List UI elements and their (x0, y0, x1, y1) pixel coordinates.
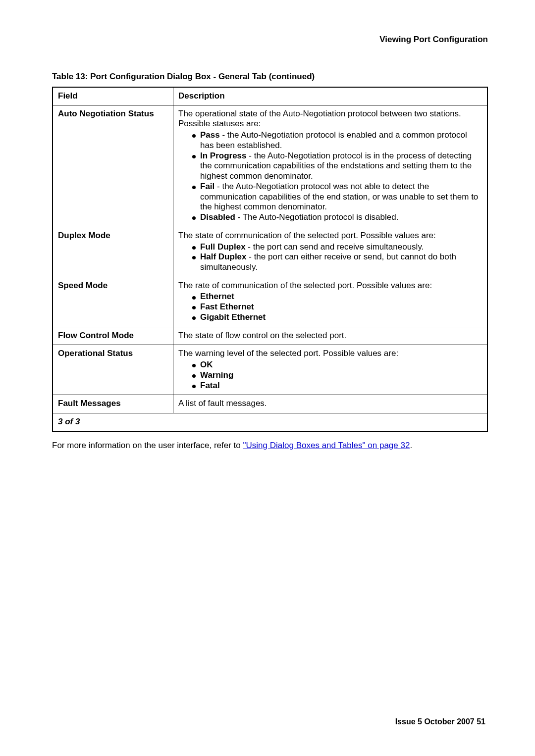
description-lead: The warning level of the selected port. … (178, 349, 482, 359)
bullet-term: Fast Ethernet (200, 302, 254, 311)
description-cell: The rate of communication of the selecte… (173, 277, 488, 327)
bullet-term: Pass (200, 130, 220, 140)
list-item: Gigabit Ethernet (192, 312, 482, 323)
table-row: Duplex ModeThe state of communication of… (53, 227, 487, 277)
table-footer-cell: 3 of 3 (53, 413, 487, 432)
field-cell: Flow Control Mode (53, 327, 173, 345)
col-header-field: Field (53, 87, 173, 105)
list-item: Half Duplex - the port can either receiv… (192, 252, 482, 272)
bullet-rest: - the Auto-Negotiation protocol was not … (200, 182, 478, 211)
body-paragraph: For more information on the user interfa… (52, 440, 488, 451)
field-cell: Speed Mode (53, 277, 173, 327)
page-footer: Issue 5 October 2007 51 (395, 717, 485, 726)
bullet-term: Ethernet (200, 292, 234, 301)
body-post: . (410, 441, 412, 450)
table-row: Flow Control ModeThe state of flow contr… (53, 327, 487, 345)
bullet-term: Half Duplex (200, 252, 247, 261)
list-item: Fail - the Auto-Negotiation protocol was… (192, 182, 482, 212)
description-cell: The state of flow control on the selecte… (173, 327, 488, 345)
bullet-term: Fail (200, 182, 214, 191)
bullet-rest: - The Auto-Negotiation protocol is disab… (235, 212, 399, 222)
dialog-boxes-link[interactable]: "Using Dialog Boxes and Tables" on page … (243, 441, 410, 450)
bullet-term: OK (200, 360, 213, 369)
field-cell: Duplex Mode (53, 227, 173, 277)
description-lead: The operational state of the Auto-Negoti… (178, 109, 482, 129)
bullet-term: Disabled (200, 212, 235, 222)
bullet-term: Warning (200, 370, 233, 380)
list-item: OK (192, 360, 482, 370)
bullet-term: Full Duplex (200, 242, 246, 252)
config-table: Field Description Auto Negotiation Statu… (52, 87, 488, 432)
list-item: Fast Ethernet (192, 302, 482, 312)
field-cell: Operational Status (53, 345, 173, 395)
table-row: Operational StatusThe warning level of t… (53, 345, 487, 395)
page-header: Viewing Port Configuration (52, 35, 488, 45)
table-row: Fault MessagesA list of fault messages. (53, 395, 487, 413)
bullet-term: Fatal (200, 381, 220, 390)
table-caption: Table 13: Port Configuration Dialog Box … (52, 72, 488, 82)
bullet-rest: - the port can send and receive simultan… (246, 242, 424, 252)
list-item: Fatal (192, 381, 482, 391)
list-item: Ethernet (192, 292, 482, 302)
list-item: Disabled - The Auto-Negotiation protocol… (192, 212, 482, 223)
bullet-list: Pass - the Auto-Negotiation protocol is … (178, 130, 482, 223)
bullet-list: Full Duplex - the port can send and rece… (178, 242, 482, 273)
table-row: Auto Negotiation StatusThe operational s… (53, 105, 487, 227)
field-cell: Fault Messages (53, 395, 173, 413)
table-row: Speed ModeThe rate of communication of t… (53, 277, 487, 327)
list-item: In Progress - the Auto-Negotiation proto… (192, 151, 482, 182)
description-cell: The state of communication of the select… (173, 227, 488, 277)
bullet-term: In Progress (200, 151, 247, 160)
bullet-rest: - the Auto-Negotiation protocol is enabl… (200, 130, 467, 150)
list-item: Pass - the Auto-Negotiation protocol is … (192, 130, 482, 151)
description-lead: The rate of communication of the selecte… (178, 281, 482, 291)
description-cell: The warning level of the selected port. … (173, 345, 488, 395)
bullet-list: OKWarningFatal (178, 360, 482, 391)
field-cell: Auto Negotiation Status (53, 105, 173, 227)
bullet-list: EthernetFast EthernetGigabit Ethernet (178, 292, 482, 322)
description-lead: The state of communication of the select… (178, 231, 482, 241)
description-cell: The operational state of the Auto-Negoti… (173, 105, 488, 227)
body-pre: For more information on the user interfa… (52, 441, 243, 450)
list-item: Full Duplex - the port can send and rece… (192, 242, 482, 252)
table-footer-row: 3 of 3 (53, 413, 487, 432)
bullet-term: Gigabit Ethernet (200, 312, 266, 322)
col-header-description: Description (173, 87, 488, 105)
description-cell: A list of fault messages. (173, 395, 488, 413)
list-item: Warning (192, 370, 482, 381)
